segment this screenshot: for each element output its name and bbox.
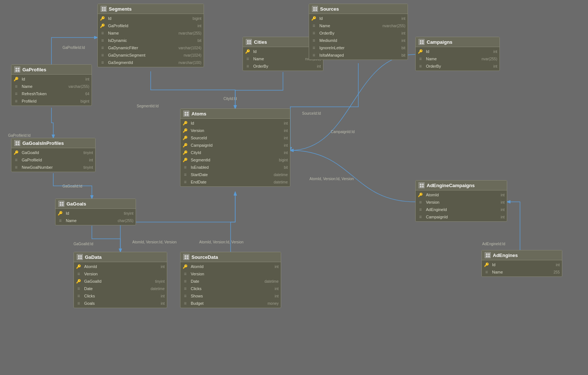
col-name: GaProfileId (108, 24, 196, 28)
pk-icon: 🔑 (14, 77, 19, 81)
col-type: tinyint (155, 279, 165, 283)
table-row: 🔑 AtomId int (416, 191, 507, 199)
col-name: Version (84, 272, 163, 276)
table-title-GaGoalsInProfiles: GaGoalsInProfiles (22, 140, 64, 146)
col-type: datetime (274, 173, 288, 177)
col-name: AdEngineId (426, 207, 499, 212)
col-type: nvar(255) (481, 57, 497, 61)
field-icon: ≡ (58, 218, 63, 223)
field-icon: ≡ (183, 279, 188, 283)
table-row: ≡ MediumId int (309, 37, 408, 44)
col-name: Name (22, 84, 67, 89)
table-body-GaProfiles: 🔑 Id int ≡ Name varchar(255) ≡ RefreshTo… (11, 75, 92, 106)
col-type: varchar(255) (68, 85, 89, 89)
table-body-GaGoals: 🔑 Id tinyint ≡ Name char(255) (55, 209, 136, 225)
field-icon: ≡ (311, 38, 316, 43)
table-GaGoals[interactable]: GaGoals 🔑 Id tinyint ≡ Name char(255) (55, 199, 136, 225)
col-type: bit (401, 53, 405, 57)
table-title-Atoms: Atoms (191, 111, 206, 117)
field-icon: ≡ (183, 301, 188, 306)
table-row: 🔑 Id int (180, 119, 290, 127)
table-row: 🔑 Id tinyint (55, 210, 136, 217)
col-type: int (401, 31, 405, 35)
col-name: Version (191, 128, 282, 133)
col-name: Name (66, 218, 116, 223)
col-type: int (275, 265, 279, 269)
col-type: datetime (151, 287, 165, 291)
table-row: ≡ IsItaManaged bit (309, 51, 408, 59)
col-type: int (284, 129, 288, 133)
table-title-AdEngineCampaigns: AdEngineCampaigns (427, 183, 475, 188)
pk-icon: 🔑 (183, 121, 188, 125)
pk-icon: 🔑 (100, 17, 105, 21)
col-type: bigint (279, 158, 288, 162)
table-Campaigns[interactable]: Campaigns 🔑 Id int ≡ Name nvar(255) ≡ Or… (415, 37, 500, 71)
col-name: Date (84, 286, 149, 291)
field-icon: ≡ (183, 165, 188, 169)
table-Atoms[interactable]: Atoms 🔑 Id int 🔑 Version int 🔑 SourceId … (180, 108, 290, 187)
field-icon: ≡ (418, 64, 423, 68)
table-SourceData[interactable]: SourceData 🔑 AtomId int ≡ Version ≡ Date… (180, 252, 281, 308)
col-type: char(255) (118, 219, 133, 223)
table-row: ≡ OrderBy int (309, 29, 408, 37)
field-icon: ≡ (183, 272, 188, 276)
table-GaProfiles[interactable]: GaProfiles 🔑 Id int ≡ Name varchar(255) … (11, 64, 92, 106)
table-GaData[interactable]: GaData 🔑 AtomId int ≡ Version 🔑 GaGoalId… (74, 252, 167, 308)
col-name: MediumId (319, 38, 400, 43)
table-AdEngines[interactable]: AdEngines 🔑 Id int ≡ Name 255 (481, 250, 562, 277)
col-type: int (275, 287, 279, 291)
col-type: bigint (80, 99, 89, 103)
field-icon: ≡ (76, 286, 81, 291)
col-type: int (493, 50, 497, 54)
col-name: Shows (191, 294, 273, 298)
table-row: ≡ Clicks int (180, 285, 281, 292)
table-title-SourceData: SourceData (191, 254, 218, 260)
table-title-Campaigns: Campaigns (427, 39, 452, 45)
col-name: Name (253, 57, 304, 61)
table-row: 🔑 Id int (482, 261, 562, 268)
col-name: Date (191, 279, 263, 283)
field-icon: ≡ (484, 270, 489, 274)
table-body-Campaigns: 🔑 Id int ≡ Name nvar(255) ≡ OrderBy int (416, 47, 499, 71)
table-header-GaProfiles: GaProfiles (11, 65, 92, 75)
fk-icon: 🔑 (418, 193, 423, 197)
field-icon: ≡ (183, 294, 188, 298)
table-Segments[interactable]: Segments 🔑 Id bigint 🔑 GaProfileId int ≡… (97, 4, 204, 67)
table-row: 🔑 GaGoalId tinyint (11, 149, 95, 156)
col-name: Id (66, 211, 122, 215)
col-name: RefreshToken (22, 92, 84, 96)
table-row: ≡ CampaignId int (416, 213, 507, 221)
pk-icon: 🔑 (311, 17, 316, 21)
table-row: ≡ Name nvarchar(255) (309, 22, 408, 29)
col-name: OrderBy (426, 64, 492, 68)
table-body-AdEngines: 🔑 Id int ≡ Name 255 (482, 260, 562, 276)
table-body-Sources: 🔑 Id int ≡ Name nvarchar(255) ≡ OrderBy … (309, 14, 408, 60)
table-row: ≡ Version (74, 270, 167, 278)
fk-icon: 🔑 (183, 265, 188, 269)
field-icon: ≡ (311, 46, 316, 50)
table-header-Atoms: Atoms (180, 109, 290, 119)
field-icon: ≡ (418, 57, 423, 61)
table-header-Segments: Segments (98, 4, 204, 14)
field-icon: ≡ (183, 180, 188, 184)
col-type: nvarchar(100) (179, 61, 201, 65)
table-row: ≡ IsDynamic bit (98, 37, 204, 44)
field-icon: ≡ (100, 46, 105, 50)
table-AdEngineCampaigns[interactable]: AdEngineCampaigns 🔑 AtomId int ≡ Version… (415, 180, 507, 222)
col-name: Name (426, 57, 480, 61)
col-name: GaDynamicSegment (108, 53, 182, 57)
field-icon: ≡ (100, 60, 105, 65)
col-name: CampaignId (426, 215, 499, 219)
table-GaGoalsInProfiles[interactable]: GaGoalsInProfiles 🔑 GaGoalId tinyint ≡ G… (11, 138, 96, 172)
col-name: StartDate (191, 172, 272, 177)
table-row: 🔑 GaGoalId tinyint (74, 278, 167, 285)
field-icon: ≡ (245, 57, 250, 61)
col-name: Budget (191, 301, 266, 306)
pk-icon: 🔑 (183, 129, 188, 133)
field-icon: ≡ (183, 172, 188, 177)
table-Sources[interactable]: Sources 🔑 Id int ≡ Name nvarchar(255) ≡ … (309, 4, 408, 60)
col-type: tinyint (83, 165, 93, 169)
table-row: 🔑 Id bigint (98, 15, 204, 22)
col-type: tinyint (124, 211, 133, 215)
table-row: ≡ GaSegmentId nvarchar(100) (98, 59, 204, 66)
